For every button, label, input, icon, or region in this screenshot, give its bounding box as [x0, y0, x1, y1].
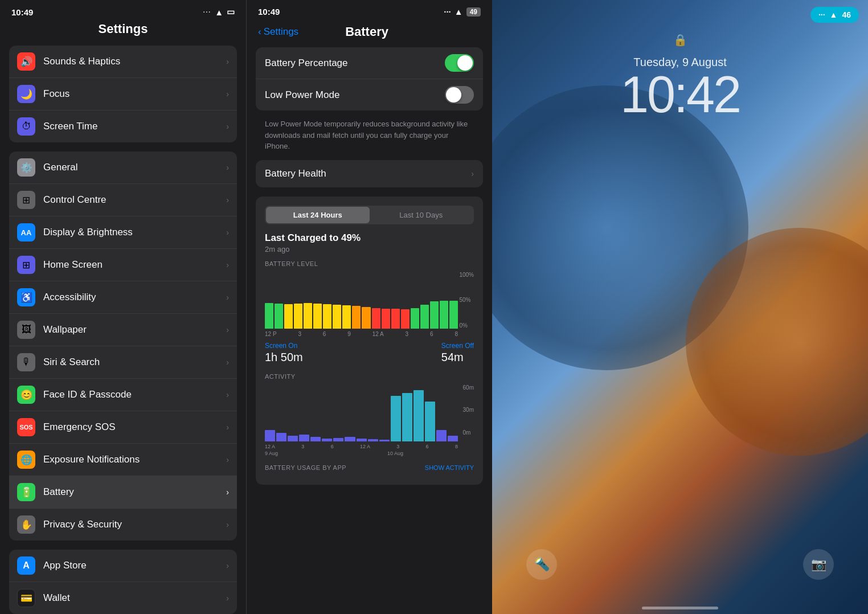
low-power-description: Low Power Mode temporarily reduces backg…	[256, 115, 483, 160]
act-bar-6	[322, 439, 332, 441]
status-bar-icons-1: ··· ▲ ▭	[203, 7, 235, 17]
battery-wifi-icon: ▲	[455, 7, 463, 17]
back-button[interactable]: ‹ Settings	[258, 26, 298, 38]
activity-chart-wrapper: 60m 30m 0m	[265, 384, 474, 456]
bar-5	[304, 303, 312, 329]
sidebar-item-emergency[interactable]: SOS Emergency SOS ›	[9, 411, 237, 444]
battery-usage-title: BATTERY USAGE BY APP	[265, 464, 346, 471]
sidebar-item-home-screen[interactable]: ⊞ Home Screen ›	[9, 249, 237, 281]
back-chevron-icon: ‹	[258, 26, 261, 38]
act-bar-13	[402, 393, 412, 441]
act-bar-17	[448, 436, 458, 441]
wifi-icon-1: ▲	[215, 7, 223, 17]
bar-16	[411, 308, 419, 329]
sidebar-item-general[interactable]: ⚙️ General ›	[9, 152, 237, 184]
app-store-label: App Store	[43, 560, 226, 571]
battery-chart-container: Last 24 Hours Last 10 Days Last Charged …	[256, 197, 483, 485]
time-display-1: 10:49	[11, 7, 33, 17]
battery-usage-header: BATTERY USAGE BY APP SHOW ACTIVITY	[265, 456, 474, 476]
battery-percentage-toggle[interactable]	[445, 54, 474, 72]
activity-time-labels: 12 A 3 6 12 A 3 6 8	[265, 444, 474, 449]
wallet-label: Wallet	[43, 592, 226, 604]
control-centre-chevron: ›	[226, 195, 229, 204]
chart-time-tabs: Last 24 Hours Last 10 Days	[265, 206, 474, 224]
bar-1	[265, 303, 273, 329]
face-id-chevron: ›	[226, 390, 229, 399]
screen-time-label: Screen Time	[43, 121, 226, 132]
sidebar-item-wallet[interactable]: 💳 Wallet ›	[9, 582, 237, 614]
battery-chevron: ›	[226, 488, 229, 497]
settings-panel: 10:49 ··· ▲ ▭ Settings 🔊 Sounds & Haptic…	[0, 0, 246, 614]
sidebar-item-exposure[interactable]: 🌐 Exposure Notifications ›	[9, 444, 237, 476]
bar-7	[323, 304, 331, 329]
home-screen-icon: ⊞	[17, 256, 35, 274]
camera-button[interactable]: 📷	[803, 549, 834, 580]
battery-nav: ‹ Settings Battery	[247, 21, 492, 47]
screen-time-row: Screen On 1h 50m Screen Off 54m	[265, 342, 474, 364]
bar-9	[342, 305, 351, 329]
bar-17	[420, 305, 429, 329]
general-icon: ⚙️	[17, 158, 35, 177]
bar-12	[372, 308, 380, 329]
lock-status-pill: ··· ▲ 46	[810, 7, 859, 23]
bar-15	[401, 309, 410, 329]
wallet-chevron: ›	[226, 593, 229, 603]
tab-24-hours[interactable]: Last 24 Hours	[266, 207, 370, 223]
sidebar-item-siri[interactable]: 🎙 Siri & Search ›	[9, 346, 237, 379]
battery-percentage-toggle-row: Battery Percentage	[256, 47, 483, 79]
low-power-toggle-row: Low Power Mode	[256, 79, 483, 110]
screen-on-value: 1h 50m	[265, 351, 303, 364]
sidebar-item-accessibility[interactable]: ♿ Accessibility ›	[9, 281, 237, 314]
low-power-label: Low Power Mode	[265, 89, 339, 101]
sidebar-item-wallpaper[interactable]: 🖼 Wallpaper ›	[9, 314, 237, 346]
exposure-label: Exposure Notifications	[43, 454, 226, 465]
privacy-chevron: ›	[226, 520, 229, 529]
sidebar-item-privacy[interactable]: ✋ Privacy & Security ›	[9, 509, 237, 541]
screen-off-value: 54m	[441, 351, 474, 364]
show-activity-button[interactable]: SHOW ACTIVITY	[425, 464, 474, 471]
focus-icon: 🌙	[17, 85, 35, 103]
sidebar-item-face-id[interactable]: 😊 Face ID & Passcode ›	[9, 379, 237, 411]
lock-icon: 🔒	[673, 33, 687, 47]
display-icon: AA	[17, 223, 35, 241]
wallet-icon: 💳	[17, 589, 35, 607]
sidebar-item-battery[interactable]: 🔋 Battery ›	[9, 476, 237, 509]
battery-status-bar: 10:49 ··· ▲ 49	[247, 0, 492, 21]
exposure-chevron: ›	[226, 455, 229, 464]
activity-chart-bars	[265, 384, 474, 441]
act-bar-11	[379, 440, 390, 441]
act-bar-15	[425, 402, 435, 441]
battery-detail-panel: 10:49 ··· ▲ 49 ‹ Settings Battery Batter…	[246, 0, 492, 614]
focus-chevron: ›	[226, 89, 229, 99]
settings-list: 🔊 Sounds & Haptics › 🌙 Focus › ⏱ Screen …	[0, 46, 246, 614]
act-bar-16	[436, 430, 447, 441]
status-bar-1: 10:49 ··· ▲ ▭	[0, 0, 246, 22]
bar-6	[313, 304, 322, 329]
low-power-toggle[interactable]	[445, 86, 474, 104]
battery-level-section-label: BATTERY LEVEL	[265, 260, 474, 267]
privacy-icon: ✋	[17, 515, 35, 534]
lock-status-bar: ··· ▲ 46	[492, 0, 868, 27]
sidebar-item-sounds[interactable]: 🔊 Sounds & Haptics ›	[9, 46, 237, 78]
screen-off-label: Screen Off	[441, 342, 474, 350]
battery-health-item[interactable]: Battery Health ›	[256, 160, 483, 187]
flashlight-button[interactable]: 🔦	[526, 549, 557, 580]
act-bar-3	[288, 436, 298, 441]
act-bar-2	[276, 433, 286, 441]
sidebar-item-screen-time[interactable]: ⏱ Screen Time ›	[9, 110, 237, 142]
sidebar-item-display[interactable]: AA Display & Brightness ›	[9, 216, 237, 249]
face-id-label: Face ID & Passcode	[43, 389, 226, 400]
battery-menu-label: Battery	[43, 486, 226, 498]
app-store-chevron: ›	[226, 561, 229, 570]
sidebar-item-control-centre[interactable]: ⊞ Control Centre ›	[9, 184, 237, 216]
bar-13	[382, 309, 390, 329]
bar-18	[430, 301, 439, 329]
tab-10-days[interactable]: Last 10 Days	[370, 207, 473, 223]
lock-time: 10:42	[620, 69, 740, 120]
battery-health-chevron: ›	[471, 169, 474, 178]
battery-y-labels: 100% 50% 0%	[459, 272, 474, 329]
lock-wifi-icon: ▲	[830, 10, 838, 19]
sidebar-item-focus[interactable]: 🌙 Focus ›	[9, 78, 237, 110]
lock-bottom-controls: 🔦 📷	[492, 549, 868, 580]
sidebar-item-app-store[interactable]: A App Store ›	[9, 550, 237, 582]
